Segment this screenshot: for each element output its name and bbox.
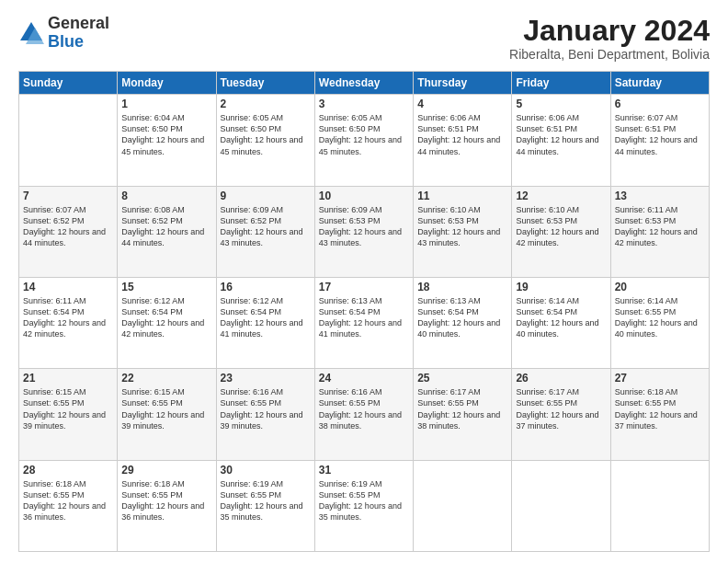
- cell-text: Sunrise: 6:05 AMSunset: 6:50 PMDaylight:…: [221, 113, 303, 155]
- calendar-cell: 12 Sunrise: 6:10 AMSunset: 6:53 PMDaylig…: [512, 186, 610, 277]
- calendar-cell: 22 Sunrise: 6:15 AMSunset: 6:55 PMDaylig…: [118, 369, 216, 460]
- cell-text: Sunrise: 6:18 AMSunset: 6:55 PMDaylight:…: [23, 479, 106, 522]
- calendar-table: SundayMondayTuesdayWednesdayThursdayFrid…: [18, 71, 710, 552]
- calendar-cell: 31 Sunrise: 6:19 AMSunset: 6:55 PMDaylig…: [314, 460, 413, 551]
- logo-general: General: [48, 15, 109, 33]
- calendar-cell: 16 Sunrise: 6:12 AMSunset: 6:54 PMDaylig…: [216, 277, 314, 368]
- calendar-cell: 23 Sunrise: 6:16 AMSunset: 6:55 PMDaylig…: [216, 369, 314, 460]
- cell-text: Sunrise: 6:17 AMSunset: 6:55 PMDaylight:…: [417, 387, 500, 430]
- calendar-cell: 30 Sunrise: 6:19 AMSunset: 6:55 PMDaylig…: [216, 460, 314, 551]
- calendar-cell: 28 Sunrise: 6:18 AMSunset: 6:55 PMDaylig…: [19, 460, 118, 551]
- day-number: 4: [417, 98, 507, 110]
- day-number: 29: [121, 464, 211, 477]
- col-header-monday: Monday: [118, 72, 216, 95]
- page: General Blue January 2024 Riberalta, Ben…: [0, 0, 728, 563]
- calendar-cell: 5 Sunrise: 6:06 AMSunset: 6:51 PMDayligh…: [512, 95, 610, 186]
- day-number: 7: [23, 190, 113, 202]
- week-row-2: 7 Sunrise: 6:07 AMSunset: 6:52 PMDayligh…: [19, 186, 710, 277]
- calendar-cell: 14 Sunrise: 6:11 AMSunset: 6:54 PMDaylig…: [19, 277, 118, 368]
- calendar-cell: 27 Sunrise: 6:18 AMSunset: 6:55 PMDaylig…: [610, 369, 709, 460]
- day-number: 13: [615, 190, 705, 202]
- calendar-cell: [414, 460, 512, 551]
- day-number: 2: [221, 98, 311, 110]
- calendar-header-row: SundayMondayTuesdayWednesdayThursdayFrid…: [19, 72, 710, 95]
- logo: General Blue: [18, 15, 109, 52]
- cell-text: Sunrise: 6:18 AMSunset: 6:55 PMDaylight:…: [121, 479, 204, 522]
- calendar-cell: 9 Sunrise: 6:09 AMSunset: 6:52 PMDayligh…: [216, 186, 314, 277]
- calendar-cell: 15 Sunrise: 6:12 AMSunset: 6:54 PMDaylig…: [118, 277, 216, 368]
- cell-text: Sunrise: 6:07 AMSunset: 6:52 PMDaylight:…: [23, 205, 106, 247]
- cell-text: Sunrise: 6:19 AMSunset: 6:55 PMDaylight:…: [221, 479, 303, 522]
- calendar-cell: 8 Sunrise: 6:08 AMSunset: 6:52 PMDayligh…: [118, 186, 216, 277]
- col-header-saturday: Saturday: [610, 72, 709, 95]
- cell-text: Sunrise: 6:09 AMSunset: 6:53 PMDaylight:…: [319, 205, 402, 247]
- week-row-3: 14 Sunrise: 6:11 AMSunset: 6:54 PMDaylig…: [19, 277, 710, 368]
- cell-text: Sunrise: 6:18 AMSunset: 6:55 PMDaylight:…: [615, 387, 698, 430]
- cell-text: Sunrise: 6:12 AMSunset: 6:54 PMDaylight:…: [221, 296, 303, 339]
- calendar-cell: 25 Sunrise: 6:17 AMSunset: 6:55 PMDaylig…: [414, 369, 512, 460]
- day-number: 8: [121, 190, 211, 202]
- cell-text: Sunrise: 6:06 AMSunset: 6:51 PMDaylight:…: [417, 113, 500, 155]
- calendar-cell: [19, 95, 118, 186]
- cell-text: Sunrise: 6:06 AMSunset: 6:51 PMDaylight:…: [516, 113, 598, 155]
- day-number: 5: [516, 98, 606, 110]
- day-number: 24: [319, 372, 409, 385]
- cell-text: Sunrise: 6:05 AMSunset: 6:50 PMDaylight:…: [319, 113, 402, 155]
- week-row-4: 21 Sunrise: 6:15 AMSunset: 6:55 PMDaylig…: [19, 369, 710, 460]
- day-number: 16: [221, 281, 311, 293]
- col-header-thursday: Thursday: [414, 72, 512, 95]
- cell-text: Sunrise: 6:10 AMSunset: 6:53 PMDaylight:…: [417, 205, 500, 247]
- location: Riberalta, Beni Department, Bolivia: [509, 47, 710, 62]
- day-number: 27: [615, 372, 705, 385]
- cell-text: Sunrise: 6:17 AMSunset: 6:55 PMDaylight:…: [516, 387, 598, 430]
- calendar-cell: 21 Sunrise: 6:15 AMSunset: 6:55 PMDaylig…: [19, 369, 118, 460]
- cell-text: Sunrise: 6:16 AMSunset: 6:55 PMDaylight:…: [221, 387, 303, 430]
- calendar-cell: 6 Sunrise: 6:07 AMSunset: 6:51 PMDayligh…: [610, 95, 709, 186]
- cell-text: Sunrise: 6:08 AMSunset: 6:52 PMDaylight:…: [121, 205, 204, 247]
- day-number: 20: [615, 281, 705, 293]
- cell-text: Sunrise: 6:04 AMSunset: 6:50 PMDaylight:…: [121, 113, 204, 155]
- day-number: 28: [23, 464, 113, 477]
- calendar-cell: 29 Sunrise: 6:18 AMSunset: 6:55 PMDaylig…: [118, 460, 216, 551]
- cell-text: Sunrise: 6:10 AMSunset: 6:53 PMDaylight:…: [516, 205, 598, 247]
- header: General Blue January 2024 Riberalta, Ben…: [18, 15, 710, 62]
- calendar-cell: 4 Sunrise: 6:06 AMSunset: 6:51 PMDayligh…: [414, 95, 512, 186]
- cell-text: Sunrise: 6:14 AMSunset: 6:54 PMDaylight:…: [516, 296, 598, 339]
- day-number: 21: [23, 372, 113, 385]
- calendar-cell: [512, 460, 610, 551]
- calendar-cell: 2 Sunrise: 6:05 AMSunset: 6:50 PMDayligh…: [216, 95, 314, 186]
- col-header-friday: Friday: [512, 72, 610, 95]
- week-row-5: 28 Sunrise: 6:18 AMSunset: 6:55 PMDaylig…: [19, 460, 710, 551]
- day-number: 9: [221, 190, 311, 202]
- day-number: 1: [121, 98, 211, 110]
- cell-text: Sunrise: 6:15 AMSunset: 6:55 PMDaylight:…: [121, 387, 204, 430]
- cell-text: Sunrise: 6:19 AMSunset: 6:55 PMDaylight:…: [319, 479, 402, 522]
- logo-icon: [18, 20, 44, 46]
- cell-text: Sunrise: 6:12 AMSunset: 6:54 PMDaylight:…: [121, 296, 204, 339]
- cell-text: Sunrise: 6:11 AMSunset: 6:53 PMDaylight:…: [615, 205, 698, 247]
- col-header-wednesday: Wednesday: [314, 72, 413, 95]
- calendar-cell: 7 Sunrise: 6:07 AMSunset: 6:52 PMDayligh…: [19, 186, 118, 277]
- calendar-cell: 18 Sunrise: 6:13 AMSunset: 6:54 PMDaylig…: [414, 277, 512, 368]
- logo-text: General Blue: [48, 15, 109, 52]
- cell-text: Sunrise: 6:11 AMSunset: 6:54 PMDaylight:…: [23, 296, 106, 339]
- day-number: 31: [319, 464, 409, 477]
- cell-text: Sunrise: 6:13 AMSunset: 6:54 PMDaylight:…: [417, 296, 500, 339]
- day-number: 15: [121, 281, 211, 293]
- col-header-tuesday: Tuesday: [216, 72, 314, 95]
- cell-text: Sunrise: 6:16 AMSunset: 6:55 PMDaylight:…: [319, 387, 402, 430]
- day-number: 11: [417, 190, 507, 202]
- calendar-cell: 19 Sunrise: 6:14 AMSunset: 6:54 PMDaylig…: [512, 277, 610, 368]
- day-number: 19: [516, 281, 606, 293]
- week-row-1: 1 Sunrise: 6:04 AMSunset: 6:50 PMDayligh…: [19, 95, 710, 186]
- day-number: 17: [319, 281, 409, 293]
- month-title: January 2024: [509, 15, 710, 47]
- day-number: 30: [221, 464, 311, 477]
- day-number: 25: [417, 372, 507, 385]
- day-number: 23: [221, 372, 311, 385]
- calendar-cell: 11 Sunrise: 6:10 AMSunset: 6:53 PMDaylig…: [414, 186, 512, 277]
- cell-text: Sunrise: 6:07 AMSunset: 6:51 PMDaylight:…: [615, 113, 698, 155]
- cell-text: Sunrise: 6:14 AMSunset: 6:55 PMDaylight:…: [615, 296, 698, 339]
- day-number: 10: [319, 190, 409, 202]
- calendar-cell: 1 Sunrise: 6:04 AMSunset: 6:50 PMDayligh…: [118, 95, 216, 186]
